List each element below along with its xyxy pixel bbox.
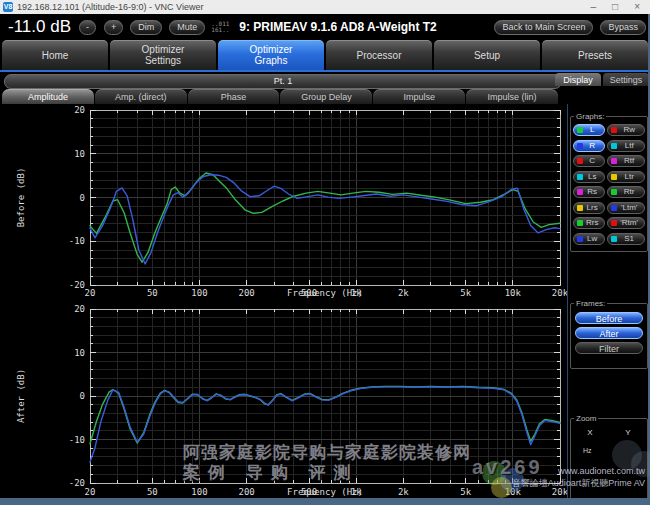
- tab-label: Optimizer Graphs: [236, 44, 306, 66]
- subtab-group-delay[interactable]: Group Delay: [280, 89, 372, 104]
- channel-button-rtm[interactable]: 'Rtm': [607, 217, 645, 229]
- frame-button-filter[interactable]: Filter: [575, 342, 643, 354]
- frames-panel-title: Frames:: [574, 299, 607, 308]
- tab-optimizer-graphs[interactable]: Optimizer Graphs: [218, 40, 324, 70]
- vnc-titlebar: V8 192.168.12.101 (Altitude-16-9:0) - VN…: [0, 0, 650, 14]
- channel-label: Lrs: [583, 204, 601, 212]
- channel-label: Ls: [583, 173, 601, 181]
- tab-processor[interactable]: Processor: [326, 40, 432, 70]
- svg-text:Frequency (Hz): Frequency (Hz): [287, 288, 363, 298]
- tab-optimizer-settings[interactable]: Optimizer Settings: [110, 40, 216, 70]
- tab-label: Optimizer Settings: [128, 44, 198, 66]
- svg-text:20: 20: [74, 304, 85, 314]
- svg-text:0: 0: [80, 193, 85, 203]
- svg-text:10k: 10k: [505, 487, 522, 497]
- subtab-amplitude[interactable]: Amplitude: [2, 89, 94, 104]
- subtab-impulse[interactable]: Impulse: [373, 89, 465, 104]
- svg-text:2k: 2k: [398, 487, 409, 497]
- channel-label: Rw: [617, 126, 641, 134]
- svg-text:-10: -10: [69, 236, 85, 246]
- svg-text:100: 100: [191, 288, 207, 298]
- channel-button-ltf[interactable]: Ltf: [607, 140, 645, 152]
- tab-settings[interactable]: Settings: [603, 73, 649, 86]
- svg-text:5k: 5k: [460, 288, 471, 298]
- svg-text:-20: -20: [69, 478, 85, 488]
- channel-button-rw[interactable]: Rw: [607, 124, 645, 136]
- bypass-button[interactable]: Bypass: [600, 20, 646, 35]
- channel-button-ls[interactable]: Ls: [573, 171, 605, 183]
- svg-text:100: 100: [191, 487, 207, 497]
- tab-display[interactable]: Display: [555, 73, 601, 86]
- channel-button-rtf[interactable]: Rtf: [607, 155, 645, 167]
- channel-label: 'Ltm': [617, 204, 641, 212]
- svg-text:20: 20: [85, 288, 96, 298]
- close-icon[interactable]: ×: [634, 2, 640, 12]
- volume-down-button[interactable]: -: [79, 20, 96, 35]
- channel-label: S1: [617, 235, 641, 243]
- channel-button-rs[interactable]: Rs: [573, 186, 605, 198]
- tab-home[interactable]: Home: [2, 40, 108, 70]
- graphs-panel: Graphs: LRCLsRsLrsRrsLwRwLtfRtfLtrRtr'Lt…: [570, 116, 648, 252]
- channel-label: R: [583, 142, 601, 150]
- vnc-window: V8 192.168.12.101 (Altitude-16-9:0) - VN…: [0, 0, 650, 505]
- zoom-x-unit: Hz: [583, 447, 592, 454]
- svg-text:20: 20: [85, 487, 96, 497]
- channel-button-c[interactable]: C: [573, 155, 605, 167]
- volume-up-button[interactable]: +: [104, 20, 123, 35]
- svg-text:200: 200: [239, 487, 255, 497]
- svg-text:200: 200: [239, 288, 255, 298]
- minimize-icon[interactable]: –: [591, 2, 597, 12]
- app-topbar: -11.0 dB - + Dim Mute ..011 161.. 9: PRI…: [0, 14, 650, 40]
- channel-label: Rs: [583, 188, 601, 196]
- channel-button-s1[interactable]: S1: [607, 233, 645, 245]
- svg-text:20k: 20k: [552, 288, 568, 298]
- channel-button-lrs[interactable]: Lrs: [573, 202, 605, 214]
- tab-presets[interactable]: Presets: [542, 40, 648, 70]
- preset-title: 9: PRIMEAV 9.1.6 AD8 A-Weight T2: [239, 20, 436, 34]
- frames-panel: Frames: BeforeAfterFilter: [570, 303, 648, 369]
- point-row: Pt. 1 Display Settings: [0, 72, 650, 89]
- window-bottom-border: [0, 498, 650, 505]
- frame-button-after[interactable]: After: [575, 327, 643, 339]
- maximize-icon[interactable]: □: [612, 2, 618, 12]
- channel-button-rtr[interactable]: Rtr: [607, 186, 645, 198]
- channel-button-r[interactable]: R: [573, 140, 605, 152]
- mute-button[interactable]: Mute: [169, 20, 205, 35]
- channel-button-l[interactable]: L: [573, 124, 605, 136]
- channel-label: Ltf: [617, 142, 641, 150]
- svg-text:50: 50: [147, 288, 158, 298]
- svg-text:50: 50: [147, 487, 158, 497]
- after-chart: 20100-10-2020501002005001k2k5k10k20kFreq…: [0, 299, 568, 498]
- svg-text:10: 10: [74, 348, 85, 358]
- svg-text:-20: -20: [69, 280, 85, 290]
- svg-text:After (dB): After (dB): [16, 369, 26, 423]
- channel-button-ltm[interactable]: 'Ltm': [607, 202, 645, 214]
- channel-button-lw[interactable]: Lw: [573, 233, 605, 245]
- window-title: 192.168.12.101 (Altitude-16-9:0) - VNC V…: [17, 2, 203, 12]
- frame-button-before[interactable]: Before: [575, 312, 643, 324]
- subtab-amp-direct[interactable]: Amp. (direct): [95, 89, 187, 104]
- vnc-logo-icon: V8: [3, 2, 13, 12]
- dim-button[interactable]: Dim: [130, 20, 162, 35]
- point-selector[interactable]: Pt. 1: [4, 74, 562, 89]
- svg-text:-10: -10: [69, 435, 85, 445]
- svg-text:Before (dB): Before (dB): [16, 168, 26, 228]
- channel-label: Lw: [583, 235, 601, 243]
- svg-text:2k: 2k: [398, 288, 409, 298]
- tab-setup[interactable]: Setup: [434, 40, 540, 70]
- svg-text:5k: 5k: [460, 487, 471, 497]
- tab-label: Processor: [356, 50, 401, 61]
- svg-text:Frequency (Hz): Frequency (Hz): [287, 487, 363, 497]
- subtab-phase[interactable]: Phase: [188, 89, 280, 104]
- channel-label: Rrs: [583, 219, 601, 227]
- tab-label: Setup: [474, 50, 500, 61]
- channel-label: Rtr: [617, 188, 641, 196]
- back-to-main-button[interactable]: Back to Main Screen: [494, 20, 593, 35]
- channel-button-rrs[interactable]: Rrs: [573, 217, 605, 229]
- channel-label: L: [583, 126, 601, 134]
- channel-button-ltr[interactable]: Ltr: [607, 171, 645, 183]
- right-panel: Graphs: LRCLsRsLrsRrsLwRwLtfRtfLtrRtr'Lt…: [568, 104, 650, 498]
- graph-type-tabs: AmplitudeAmp. (direct)PhaseGroup DelayIm…: [0, 89, 560, 104]
- subtab-impulse-lin[interactable]: Impulse (lin): [466, 89, 558, 104]
- zoom-x-label: X: [587, 428, 592, 437]
